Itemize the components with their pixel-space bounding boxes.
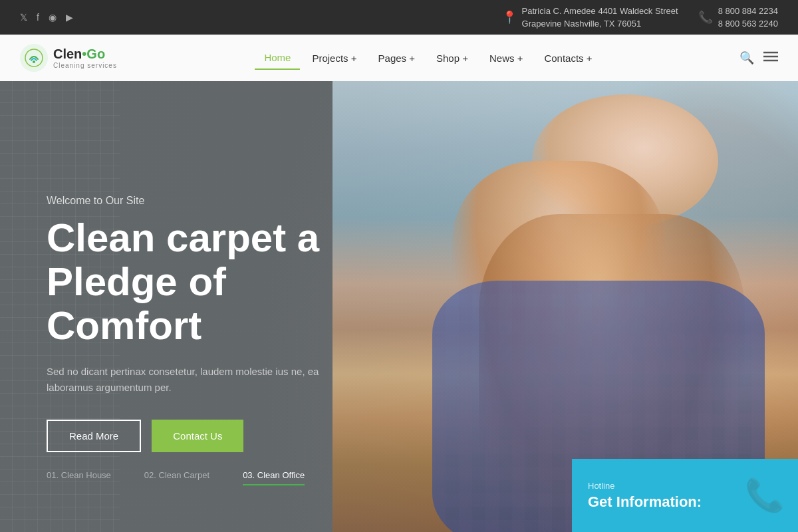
phone-item: 📞 8 800 884 2234 8 800 563 2240 — [698, 5, 778, 31]
hotline-box: Hotline Get Information: 📞 — [572, 459, 798, 532]
svg-point-1 — [33, 61, 35, 63]
youtube-link[interactable]: ▶ — [66, 12, 73, 23]
nav-projects[interactable]: Projects + — [303, 47, 366, 69]
slide-3-active[interactable]: 03. Clean Office — [243, 470, 305, 485]
location-icon: 📍 — [502, 9, 517, 27]
hero-buttons: Read More Contact Us — [47, 420, 379, 452]
logo[interactable]: Clen•Go Cleaning services — [20, 44, 117, 72]
nav-home[interactable]: Home — [255, 47, 300, 70]
twitter-link[interactable]: 𝕏 — [20, 12, 27, 23]
hero-description: Sed no dicant pertinax consetetur, laude… — [47, 364, 332, 396]
nav-pages[interactable]: Pages + — [369, 47, 424, 69]
address-text: Patricia C. Amedee 4401 Waldeck StreetGr… — [522, 5, 678, 31]
hotline-phone-icon: 📞 — [745, 477, 785, 514]
hero-section: Welcome to Our Site Clean carpet a Pledg… — [0, 81, 798, 532]
top-bar: 𝕏 f ◉ ▶ 📍 Patricia C. Amedee 4401 Waldec… — [0, 0, 798, 35]
phone2: 8 800 563 2240 — [718, 19, 778, 29]
logo-part2: Go — [86, 47, 105, 61]
nav-action-icons: 🔍 — [739, 51, 778, 65]
menu-button[interactable] — [763, 51, 778, 65]
social-links: 𝕏 f ◉ ▶ — [20, 12, 73, 23]
phone-icon: 📞 — [698, 9, 713, 27]
slider-indicators: 01. Clean House 02. Clean Carpet 03. Cle… — [47, 470, 305, 485]
address-item: 📍 Patricia C. Amedee 4401 Waldeck Street… — [502, 5, 678, 31]
hero-content: Welcome to Our Site Clean carpet a Pledg… — [0, 81, 399, 532]
slide-2[interactable]: 02. Clean Carpet — [144, 470, 209, 485]
read-more-button[interactable]: Read More — [47, 420, 141, 452]
logo-name: Clen•Go — [53, 47, 117, 62]
logo-text-block: Clen•Go Cleaning services — [53, 47, 117, 69]
contact-us-button[interactable]: Contact Us — [152, 420, 243, 452]
logo-icon — [20, 44, 48, 72]
phone-text: 8 800 884 2234 8 800 563 2240 — [718, 5, 778, 31]
header: Clen•Go Cleaning services Home Projects … — [0, 35, 798, 81]
logo-svg — [25, 49, 43, 67]
logo-part1: Clen — [53, 47, 82, 61]
phone1: 8 800 884 2234 — [718, 6, 778, 16]
nav-news[interactable]: News + — [480, 47, 532, 69]
instagram-link[interactable]: ◉ — [49, 12, 57, 23]
nav-shop[interactable]: Shop + — [427, 47, 477, 69]
facebook-link[interactable]: f — [37, 12, 39, 23]
nav-contacts[interactable]: Contacts + — [535, 47, 601, 69]
search-button[interactable]: 🔍 — [739, 51, 754, 65]
hero-subtitle: Welcome to Our Site — [47, 195, 379, 207]
logo-tagline: Cleaning services — [53, 62, 117, 69]
hero-title: Clean carpet a Pledge of Comfort — [47, 216, 379, 348]
slide-1[interactable]: 01. Clean House — [47, 470, 111, 485]
contact-info: 📍 Patricia C. Amedee 4401 Waldeck Street… — [502, 5, 778, 31]
hamburger-icon — [763, 51, 778, 62]
main-nav: Home Projects + Pages + Shop + News + Co… — [255, 47, 601, 70]
